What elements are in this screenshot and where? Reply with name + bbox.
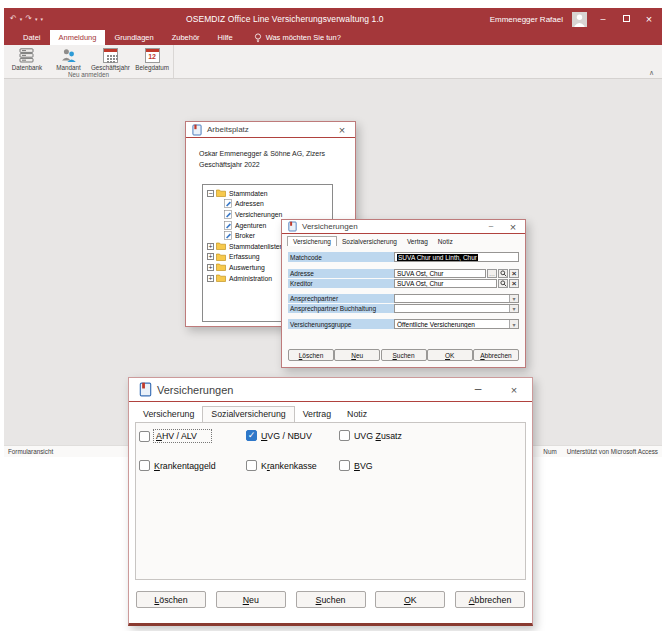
minimize-icon[interactable] [470,382,486,397]
tree-item-stammdaten[interactable]: Stammdaten [203,188,332,199]
close-icon[interactable] [335,124,349,136]
tell-me-box[interactable]: Was möchten Sie tun? [254,30,341,45]
checkbox-icon[interactable] [139,431,150,442]
expand-node-icon[interactable] [207,243,214,250]
adresse-search-button[interactable] [498,269,508,278]
abbrechen-button[interactable]: Abbrechen [455,591,525,608]
chevron-down-icon[interactable] [509,295,518,302]
folder-icon [216,263,226,271]
close-button[interactable] [642,8,656,31]
folder-icon [216,242,226,250]
suchen-button[interactable]: Suchen [296,591,366,608]
checkbox-uvg-zusatz[interactable]: UVG Zusatz [339,430,402,441]
tab-vertrag[interactable]: Vertrag [295,407,339,422]
adresse-row: Adresse SUVA Ost, Chur … [288,269,519,278]
checkbox-icon[interactable] [339,430,350,441]
user-avatar[interactable] [572,12,587,27]
lightbulb-icon [254,33,262,43]
checkbox-icon[interactable] [246,430,257,441]
tab-zubehoer[interactable]: Zubehör [163,30,209,45]
maximize-icon [623,15,630,22]
tab-anmeldung[interactable]: Anmeldung [50,30,106,45]
app-title: OSEMDIZ Office Line Versicherungsverwalt… [80,14,490,24]
kreditor-clear-button[interactable] [509,279,519,288]
kreditor-field[interactable]: SUVA Ost, Chur [394,279,497,288]
arbeitsplatz-title: Arbeitsplatz [207,125,330,134]
datenbank-button[interactable]: Datenbank [6,45,48,71]
maximize-button[interactable] [619,8,633,30]
signed-in-user[interactable]: Emmenegger Rafael [490,15,563,24]
checkbox-icon[interactable] [246,460,257,471]
expand-node-icon[interactable] [207,253,214,260]
tree-item-adressen[interactable]: Adressen [203,199,332,210]
chevron-down-icon[interactable] [509,305,518,312]
tab-vertrag[interactable]: Vertrag [402,237,433,246]
tree-label: Agenturen [235,222,266,229]
tab-versicherung[interactable]: Versicherung [135,407,202,422]
tab-sozialversicherung[interactable]: Sozialversicherung [202,406,294,422]
selected-text: SUVA Chur und Linth, Chur [397,254,478,261]
matchcode-field[interactable]: SUVA Chur und Linth, Chur [394,252,519,262]
adresse-clear-button[interactable] [509,269,519,278]
matchcode-row: Matchcode SUVA Chur und Linth, Chur [288,252,519,262]
checkbox-krankentaggeld[interactable]: Krankentaggeld [139,460,216,471]
dialog-tabs: Versicherung Sozialversicherung Vertrag … [282,234,525,246]
adresse-browse-button[interactable]: … [487,269,497,278]
tab-grundlagen[interactable]: Grundlagen [105,30,162,45]
minimize-icon[interactable] [485,221,497,233]
checkbox-label: Krankentaggeld [154,461,216,471]
folder-icon [216,274,226,282]
ok-button[interactable]: OK [427,349,473,361]
tab-sozialversicherung[interactable]: Sozialversicherung [337,237,402,246]
ribbon-tab-strip: Datei Anmeldung Grundlagen Zubehör Hilfe… [4,30,662,45]
kreditor-search-button[interactable] [498,279,508,288]
customize-qat-icon[interactable]: ▾ [40,17,43,22]
sozialversicherung-tab-page: AHV / ALV UVG / NBUV UVG Zusatz Krankent… [135,422,526,580]
suchen-button[interactable]: Suchen [381,349,427,361]
checkbox-label: AHV / ALV [154,430,211,442]
tab-versicherung[interactable]: Versicherung [287,236,337,246]
collapse-node-icon[interactable] [207,190,214,197]
tab-datei[interactable]: Datei [14,30,50,45]
tab-notiz[interactable]: Notiz [339,407,375,422]
ansprechpartner-buchhaltung-combobox[interactable] [394,304,519,313]
checkbox-icon[interactable] [139,460,150,471]
collapse-ribbon-icon[interactable] [649,69,654,77]
belegdatum-button[interactable]: 12 Belegdatum [131,45,173,71]
versicherungsgruppe-combobox[interactable]: Öffentliche Versicherungen [394,319,519,329]
undo-dropdown-icon[interactable]: ▾ [20,17,23,22]
redo-dropdown-icon[interactable]: ▾ [35,17,38,22]
abbrechen-button[interactable]: Abbrechen [473,349,519,361]
form-icon [224,221,232,230]
chevron-down-icon[interactable] [509,320,518,328]
company-name: Oskar Emmenegger & Söhne AG, Zizers [199,148,355,159]
adresse-field[interactable]: SUVA Ost, Chur [394,269,486,278]
checkbox-uvg-nbuv[interactable]: UVG / NBUV [246,430,312,441]
neu-button[interactable]: Neu [334,349,380,361]
mandant-button[interactable]: Mandant [48,45,90,71]
ansprechpartner-buchhaltung-label: Ansprechpartner Buchhaltung [288,304,394,313]
geschaeftsjahr-button[interactable]: Geschäftsjahr [90,45,132,71]
expand-node-icon[interactable] [207,275,214,282]
expand-node-icon[interactable] [207,264,214,271]
checkbox-icon[interactable] [339,460,350,471]
quick-access-toolbar: ↶▾ ↷▾ ▾ [10,15,80,23]
redo-icon[interactable]: ↷ [25,15,32,23]
combo-value: Öffentliche Versicherungen [397,321,475,328]
checkbox-bvg[interactable]: BVG [339,460,373,471]
loeschen-button[interactable]: Löschen [288,349,334,361]
checkbox-ahv-alv[interactable]: AHV / ALV [139,430,211,442]
ok-button[interactable]: OK [375,591,445,608]
adresse-label: Adresse [288,269,394,278]
minimize-button[interactable] [596,8,610,30]
close-icon[interactable] [507,221,519,233]
ansprechpartner-buchhaltung-row: Ansprechpartner Buchhaltung [288,304,519,313]
neu-button[interactable]: Neu [216,591,286,608]
ansprechpartner-combobox[interactable] [394,294,519,303]
tab-notiz[interactable]: Notiz [433,237,458,246]
undo-icon[interactable]: ↶ [10,15,17,23]
close-icon[interactable] [506,382,522,397]
tab-hilfe[interactable]: Hilfe [209,30,242,45]
checkbox-krankenkasse[interactable]: Krankenkasse [246,460,317,471]
loeschen-button[interactable]: Löschen [136,591,206,608]
